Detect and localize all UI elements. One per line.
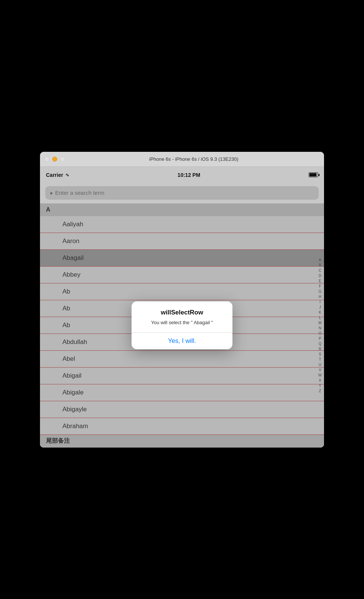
modal-overlay: willSelectRow You will select the " Abag…: [40, 203, 324, 448]
search-placeholder: Enter a search term: [55, 190, 104, 196]
modal-content: willSelectRow You will select the " Abag…: [132, 301, 232, 332]
phone-frame: Carrier ∿ 10:12 PM ● Enter a search term…: [40, 167, 324, 448]
modal-title: willSelectRow: [138, 309, 226, 316]
close-button[interactable]: [44, 157, 49, 162]
battery-indicator: [309, 172, 318, 177]
minimize-button[interactable]: [52, 157, 57, 162]
list-container: A Aaliyah Aaron Abagail Abbey Ab Ab Ab: [40, 203, 324, 448]
maximize-button[interactable]: [60, 157, 65, 162]
status-bar: Carrier ∿ 10:12 PM: [40, 167, 324, 183]
status-time: 10:12 PM: [178, 172, 200, 178]
modal-confirm-button[interactable]: Yes, I will.: [132, 333, 232, 349]
mac-window: iPhone 6s - iPhone 6s / iOS 9.3 (13E230)…: [40, 152, 324, 448]
status-left: Carrier ∿: [46, 172, 69, 178]
title-bar: iPhone 6s - iPhone 6s / iOS 9.3 (13E230): [40, 152, 324, 167]
wifi-icon: ∿: [65, 172, 69, 178]
modal-dialog: willSelectRow You will select the " Abag…: [132, 301, 232, 349]
battery-fill: [309, 173, 317, 176]
search-icon: ●: [50, 190, 53, 196]
search-bar-container: ● Enter a search term: [40, 183, 324, 203]
modal-message: You will select the " Abagail ": [138, 319, 226, 326]
status-right: [309, 172, 318, 177]
carrier-label: Carrier: [46, 172, 63, 178]
window-title: iPhone 6s - iPhone 6s / iOS 9.3 (13E230): [68, 156, 320, 162]
search-bar[interactable]: ● Enter a search term: [45, 186, 319, 200]
